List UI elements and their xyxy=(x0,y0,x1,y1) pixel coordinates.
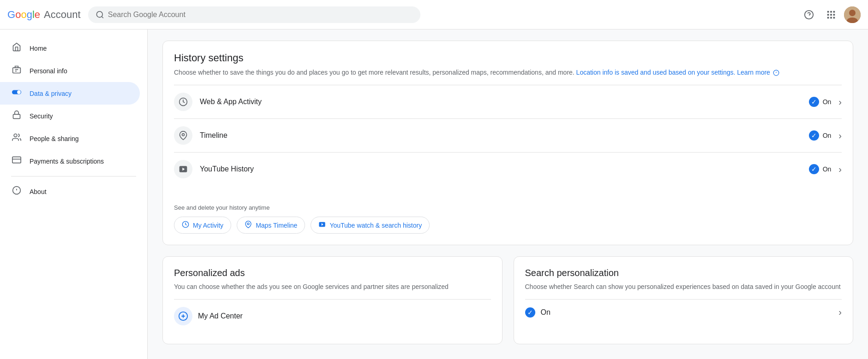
personalized-ads-desc: You can choose whether the ads you see o… xyxy=(174,282,491,292)
svg-rect-7 xyxy=(827,14,829,16)
about-icon xyxy=(11,186,22,197)
quick-links-section: See and delete your history anytime My A… xyxy=(163,197,853,245)
search-input[interactable] xyxy=(108,11,413,19)
timeline-status: ✓ On xyxy=(809,130,832,141)
svg-point-20 xyxy=(17,90,21,94)
data-privacy-icon xyxy=(11,88,22,99)
apps-button[interactable] xyxy=(822,6,840,24)
my-ad-center-label: My Ad Center xyxy=(198,312,491,320)
search-icon xyxy=(96,10,104,19)
search-personalization-card: Search personalization Choose whether Se… xyxy=(514,256,854,344)
svg-point-14 xyxy=(849,10,856,16)
header-actions xyxy=(800,6,861,24)
timeline-label: Timeline xyxy=(200,131,802,140)
sidebar-item-personal-info[interactable]: Personal info xyxy=(0,59,140,82)
personalized-ads-title: Personalized ads xyxy=(174,268,491,278)
search-personalization-row[interactable]: ✓ On › xyxy=(525,299,842,325)
sidebar-label-personal-info: Personal info xyxy=(30,67,67,75)
svg-point-22 xyxy=(14,134,17,137)
sidebar-item-data-privacy[interactable]: Data & privacy xyxy=(0,82,140,105)
bottom-cards-grid: Personalized ads You can choose whether … xyxy=(162,256,853,344)
svg-rect-16 xyxy=(13,68,21,73)
sidebar-label-data-privacy: Data & privacy xyxy=(30,90,72,97)
svg-rect-4 xyxy=(827,11,829,12)
header: Google Account xyxy=(0,0,868,29)
sidebar-item-security[interactable]: Security xyxy=(0,105,140,127)
learn-more-icon xyxy=(773,70,779,76)
my-ad-center-row[interactable]: My Ad Center xyxy=(174,299,491,333)
history-settings-card: History settings Choose whether to save … xyxy=(162,41,853,245)
svg-rect-11 xyxy=(830,17,832,18)
timeline-row[interactable]: Timeline ✓ On › xyxy=(174,118,842,152)
web-app-activity-icon xyxy=(174,93,192,111)
account-text: Account xyxy=(44,9,81,21)
svg-point-32 xyxy=(182,134,185,136)
avatar-image xyxy=(844,6,861,23)
svg-rect-8 xyxy=(830,14,832,16)
sidebar: Home Personal info Data & privacy xyxy=(0,29,148,359)
my-ad-center-icon xyxy=(174,307,192,325)
apps-icon xyxy=(826,10,836,20)
quick-link-buttons: My Activity Maps Timeline xyxy=(174,217,842,234)
youtube-history-chevron: › xyxy=(838,164,842,175)
history-settings-title: History settings xyxy=(174,52,842,64)
youtube-history-row[interactable]: YouTube History ✓ On › xyxy=(174,152,842,186)
search-bar xyxy=(88,6,420,23)
youtube-history-check: ✓ xyxy=(809,164,819,174)
my-activity-button[interactable]: My Activity xyxy=(174,217,231,234)
my-activity-icon xyxy=(182,221,189,230)
personalized-ads-card: Personalized ads You can choose whether … xyxy=(162,256,503,344)
people-sharing-icon xyxy=(11,133,22,144)
web-app-activity-status: ✓ On xyxy=(809,97,832,107)
svg-rect-21 xyxy=(13,114,20,118)
web-app-activity-row[interactable]: Web & App Activity ✓ On › xyxy=(174,85,842,118)
security-icon xyxy=(11,110,22,122)
search-personalization-check: ✓ xyxy=(525,307,535,318)
timeline-check: ✓ xyxy=(809,130,819,141)
svg-rect-23 xyxy=(12,157,21,163)
sidebar-label-payments: Payments & subscriptions xyxy=(30,158,104,165)
youtube-history-icon xyxy=(174,160,192,178)
svg-rect-9 xyxy=(833,14,835,16)
svg-point-0 xyxy=(96,11,102,17)
maps-timeline-icon xyxy=(245,221,252,230)
google-account-logo[interactable]: Google Account xyxy=(7,9,81,21)
youtube-history-label: YouTube History xyxy=(200,165,802,173)
google-wordmark: Google xyxy=(7,9,40,21)
search-personalization-chevron: › xyxy=(838,307,842,318)
home-icon xyxy=(11,42,22,54)
svg-point-36 xyxy=(247,223,249,225)
sidebar-label-people-sharing: People & sharing xyxy=(30,135,79,142)
sidebar-item-about[interactable]: About xyxy=(0,180,140,203)
youtube-watch-icon xyxy=(318,221,326,230)
youtube-watch-search-button[interactable]: YouTube watch & search history xyxy=(311,217,430,234)
maps-timeline-button[interactable]: Maps Timeline xyxy=(237,217,305,234)
timeline-icon xyxy=(174,126,192,145)
sidebar-item-home[interactable]: Home xyxy=(0,37,140,59)
sidebar-item-payments[interactable]: Payments & subscriptions xyxy=(0,150,140,172)
learn-more-link[interactable]: Learn more xyxy=(737,69,770,76)
sidebar-label-home: Home xyxy=(30,45,47,52)
help-icon xyxy=(804,10,814,20)
sidebar-divider xyxy=(11,176,136,177)
avatar[interactable] xyxy=(844,6,861,23)
search-personalization-desc: Choose whether Search can show you perso… xyxy=(525,282,842,292)
svg-line-1 xyxy=(102,16,103,18)
timeline-chevron: › xyxy=(838,130,842,141)
youtube-history-status: ✓ On xyxy=(809,164,832,174)
web-app-activity-chevron: › xyxy=(838,97,842,107)
location-info-link[interactable]: Location info is saved and used based on… xyxy=(576,69,736,76)
sidebar-item-people-sharing[interactable]: People & sharing xyxy=(0,127,140,150)
search-personalization-status: On xyxy=(541,308,833,317)
help-button[interactable] xyxy=(800,6,818,24)
search-personalization-title: Search personalization xyxy=(525,268,842,278)
history-settings-desc: Choose whether to save the things you do… xyxy=(174,68,842,77)
svg-rect-12 xyxy=(833,17,835,18)
history-settings-section: History settings Choose whether to save … xyxy=(163,41,853,197)
svg-rect-10 xyxy=(827,17,829,18)
sidebar-label-security: Security xyxy=(30,112,53,120)
web-app-activity-label: Web & App Activity xyxy=(200,98,802,106)
main-content: History settings Choose whether to save … xyxy=(148,29,868,359)
web-app-activity-check: ✓ xyxy=(809,97,819,107)
quick-links-label: See and delete your history anytime xyxy=(174,204,842,211)
